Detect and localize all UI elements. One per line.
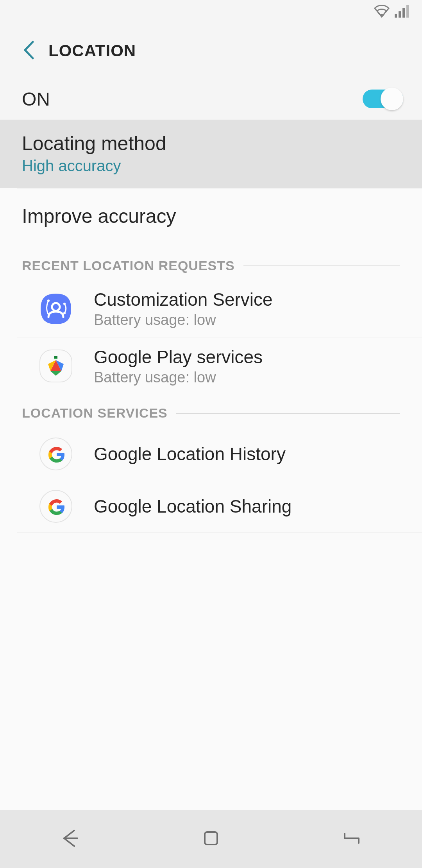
page-title: LOCATION	[48, 41, 136, 60]
nav-home-button[interactable]	[199, 827, 223, 852]
app-sub: Battery usage: low	[94, 369, 263, 386]
back-button[interactable]	[22, 39, 48, 62]
section-header-line	[176, 413, 400, 414]
svg-rect-3	[402, 8, 405, 18]
content: ON Locating method High accuracy Improve…	[0, 78, 422, 810]
row-subtitle: High accuracy	[22, 157, 400, 175]
google-play-services-icon	[39, 349, 73, 383]
app-title: Google Play services	[94, 346, 263, 368]
system-nav-bar	[0, 810, 422, 868]
location-master-switch[interactable]	[363, 88, 403, 110]
nav-back-button[interactable]	[59, 827, 82, 852]
chevron-left-icon	[22, 39, 35, 61]
nav-recents-button[interactable]	[340, 827, 363, 852]
wifi-icon	[374, 4, 390, 19]
app-sub: Battery usage: low	[94, 312, 273, 328]
section-header-text: RECENT LOCATION REQUESTS	[22, 258, 235, 273]
status-bar	[0, 0, 422, 23]
toggle-label: ON	[22, 88, 50, 110]
signal-icon	[395, 4, 410, 19]
service-google-location-history[interactable]: Google Location History	[17, 428, 422, 480]
google-icon	[39, 437, 73, 471]
svg-rect-1	[395, 14, 397, 18]
app-title: Customization Service	[94, 289, 273, 310]
customization-service-icon	[39, 292, 73, 326]
svg-rect-15	[54, 356, 57, 358]
row-title: Improve accuracy	[22, 205, 400, 228]
svg-rect-4	[406, 5, 409, 18]
nav-recents-icon	[340, 827, 363, 850]
svg-rect-2	[399, 11, 401, 18]
nav-back-icon	[59, 827, 82, 850]
service-google-location-sharing[interactable]: Google Location Sharing	[17, 480, 422, 533]
svg-point-0	[381, 14, 383, 16]
google-icon	[39, 490, 73, 523]
svg-point-16	[40, 438, 72, 470]
locating-method-row[interactable]: Locating method High accuracy	[0, 120, 422, 188]
improve-accuracy-row[interactable]: Improve accuracy	[0, 188, 422, 244]
location-master-toggle-row: ON	[0, 78, 422, 120]
section-header-services: LOCATION SERVICES	[0, 395, 422, 428]
nav-home-icon	[199, 827, 223, 850]
svg-point-17	[40, 490, 72, 522]
section-header-recent: RECENT LOCATION REQUESTS	[0, 244, 422, 280]
recent-app-google-play-services[interactable]: Google Play services Battery usage: low	[17, 337, 422, 395]
service-title: Google Location History	[94, 443, 286, 464]
section-header-text: LOCATION SERVICES	[22, 405, 168, 421]
svg-rect-19	[205, 832, 217, 845]
row-title: Locating method	[22, 132, 400, 155]
recent-app-customization-service[interactable]: Customization Service Battery usage: low	[17, 280, 422, 337]
switch-thumb	[381, 88, 403, 110]
app-bar: LOCATION	[0, 23, 422, 78]
section-header-line	[243, 265, 400, 266]
service-title: Google Location Sharing	[94, 496, 291, 517]
